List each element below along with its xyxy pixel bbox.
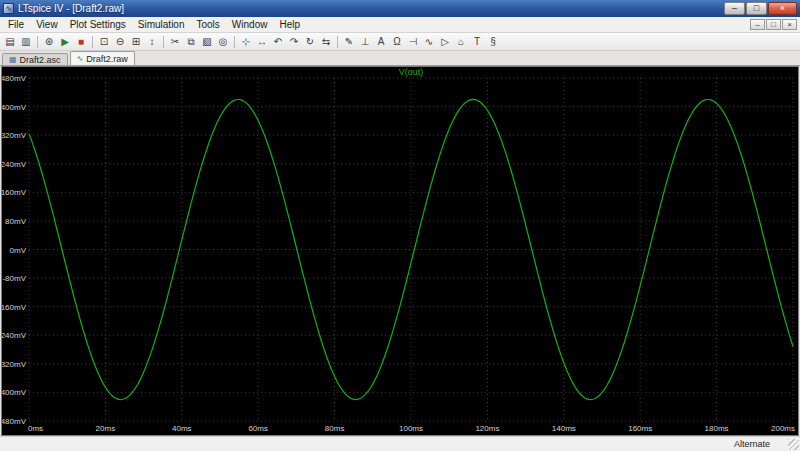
autorange-y-axis-icon[interactable]: ↕	[144, 34, 160, 49]
title-bar[interactable]: ∿ LTspice IV - [Draft2.raw] – □ ×	[0, 0, 800, 17]
menu-file[interactable]: File	[2, 18, 30, 31]
y-tick-label: -240mV	[2, 331, 27, 340]
paste-icon[interactable]: ▧	[199, 34, 215, 49]
status-bar: Alternate	[0, 436, 800, 451]
tab-draft2-raw[interactable]: ∿Draft2.raw	[70, 51, 135, 65]
rotate-icon[interactable]: ↻	[302, 34, 318, 49]
y-tick-label: -320mV	[2, 360, 27, 369]
tab-bar: ▦Draft2.asc∿Draft2.raw	[0, 51, 800, 66]
zoom-full-extents-icon[interactable]: ⊞	[128, 34, 144, 49]
child-restore-icon[interactable]: □	[766, 19, 781, 30]
menu-tools[interactable]: Tools	[190, 18, 225, 31]
window-title: LTspice IV - [Draft2.raw]	[18, 3, 124, 14]
y-tick-label: 320mV	[2, 131, 27, 140]
place-diode-icon[interactable]: ▷	[437, 34, 453, 49]
child-close-icon[interactable]: ×	[782, 19, 797, 30]
x-tick-label: 100ms	[399, 424, 423, 433]
mirror-icon[interactable]: ⇆	[318, 34, 334, 49]
cut-icon[interactable]: ✂	[167, 34, 183, 49]
toolbar: ▤▥⊛▶■⊡⊖⊞↕✂⧉▧◎⊹↔↶↷↻⇆✎⊥AΩ⊣∿▷⌂T§	[0, 33, 800, 51]
close-icon[interactable]: ×	[768, 2, 797, 15]
menu-plot-settings[interactable]: Plot Settings	[64, 18, 132, 31]
waveform-plot[interactable]: 480mV400mV320mV240mV160mV80mV0mV-80mV-16…	[2, 67, 798, 435]
redo-icon[interactable]: ↷	[286, 34, 302, 49]
resize-grip-icon[interactable]	[788, 439, 799, 450]
move-icon[interactable]: ⊹	[238, 34, 254, 49]
menu-items: FileViewPlot SettingsSimulationToolsWind…	[2, 19, 306, 30]
place-component-icon[interactable]: ⌂	[453, 34, 469, 49]
minimize-icon[interactable]: –	[724, 2, 745, 15]
y-tick-label: -480mV	[2, 417, 27, 426]
control-panel-icon[interactable]: ⊛	[41, 34, 57, 49]
place-capacitor-icon[interactable]: ⊣	[405, 34, 421, 49]
toolbar-separator	[92, 36, 93, 48]
x-tick-label: 180ms	[705, 424, 729, 433]
schematic-icon: ▦	[9, 56, 17, 64]
x-tick-label: 120ms	[475, 424, 499, 433]
child-window-controls: – □ ×	[750, 19, 800, 30]
x-tick-label: 80ms	[325, 424, 345, 433]
tab-label: Draft2.raw	[86, 54, 128, 64]
y-tick-label: -160mV	[2, 303, 27, 312]
zoom-back-icon[interactable]: ⊖	[112, 34, 128, 49]
y-tick-label: 80mV	[5, 217, 27, 226]
find-icon[interactable]: ◎	[215, 34, 231, 49]
menu-help[interactable]: Help	[273, 18, 306, 31]
run-simulation-icon[interactable]: ▶	[57, 34, 73, 49]
place-ground-icon[interactable]: ⊥	[357, 34, 373, 49]
menu-simulation[interactable]: Simulation	[132, 18, 191, 31]
child-minimize-icon[interactable]: –	[750, 19, 765, 30]
x-tick-label: 160ms	[628, 424, 652, 433]
y-tick-label: 160mV	[2, 188, 27, 197]
y-tick-label: -80mV	[2, 274, 26, 283]
drag-icon[interactable]: ↔	[254, 34, 270, 49]
status-mode-label: Alternate	[734, 439, 788, 449]
waveform-icon: ∿	[77, 55, 84, 63]
draw-wire-icon[interactable]: ✎	[341, 34, 357, 49]
toolbar-separator	[37, 36, 38, 48]
app-icon: ∿	[3, 3, 14, 14]
place-text-icon[interactable]: T	[469, 34, 485, 49]
y-tick-label: -400mV	[2, 388, 27, 397]
menu-view[interactable]: View	[30, 18, 64, 31]
menu-bar: FileViewPlot SettingsSimulationToolsWind…	[0, 17, 800, 33]
open-file-icon[interactable]: ▤	[2, 34, 18, 49]
tab-draft2-asc[interactable]: ▦Draft2.asc	[2, 53, 68, 65]
copy-icon[interactable]: ⧉	[183, 34, 199, 49]
maximize-icon[interactable]: □	[746, 2, 767, 15]
x-tick-label: 200ms	[771, 424, 795, 433]
window-controls: – □ ×	[724, 2, 797, 15]
y-tick-label: 240mV	[2, 160, 27, 169]
y-tick-label: 400mV	[2, 103, 27, 112]
toolbar-separator	[337, 36, 338, 48]
x-tick-label: 40ms	[172, 424, 192, 433]
x-tick-label: 0ms	[28, 424, 43, 433]
trace-label-vout[interactable]: V(out)	[399, 67, 424, 77]
x-tick-label: 60ms	[248, 424, 268, 433]
x-tick-label: 20ms	[96, 424, 116, 433]
spice-directive-icon[interactable]: §	[485, 34, 501, 49]
menu-window[interactable]: Window	[226, 18, 274, 31]
halt-simulation-icon[interactable]: ■	[73, 34, 89, 49]
toolbar-separator	[163, 36, 164, 48]
tab-label: Draft2.asc	[20, 55, 61, 65]
undo-icon[interactable]: ↶	[270, 34, 286, 49]
y-tick-label: 0mV	[10, 246, 27, 255]
zoom-area-icon[interactable]: ⊡	[96, 34, 112, 49]
save-file-icon[interactable]: ▥	[18, 34, 34, 49]
ltspice-window: ∿ LTspice IV - [Draft2.raw] – □ × FileVi…	[0, 0, 800, 451]
place-resistor-icon[interactable]: Ω	[389, 34, 405, 49]
place-label-icon[interactable]: A	[373, 34, 389, 49]
x-tick-label: 140ms	[552, 424, 576, 433]
y-tick-label: 480mV	[2, 74, 27, 83]
toolbar-separator	[234, 36, 235, 48]
place-inductor-icon[interactable]: ∿	[421, 34, 437, 49]
waveform-window[interactable]: 480mV400mV320mV240mV160mV80mV0mV-80mV-16…	[1, 66, 799, 436]
